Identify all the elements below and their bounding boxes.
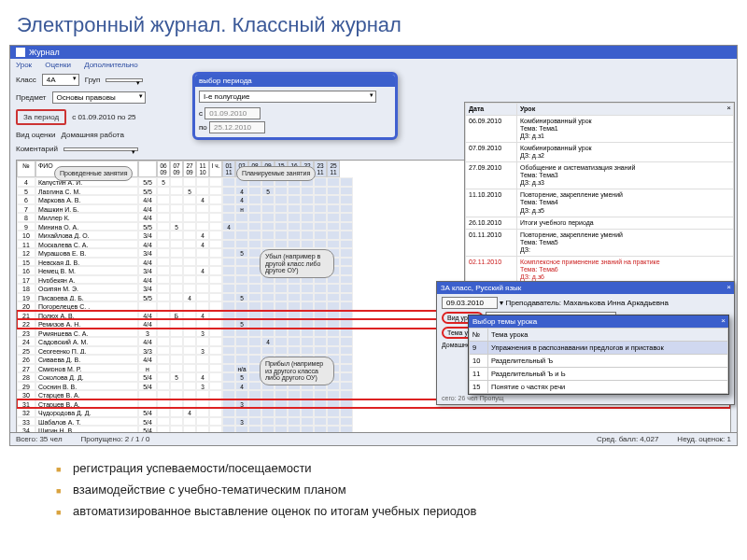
class-label: Класс: [16, 76, 36, 84]
menu-bar: Урок Оценки Дополнительно: [10, 59, 737, 71]
lessons-lesson-hdr: Урок: [517, 104, 734, 116]
menu-grades[interactable]: Оценки: [45, 61, 71, 69]
topic-popup-title: Выбор темы урока×: [469, 315, 728, 328]
date-col: 2311: [314, 161, 327, 177]
col-num-hdr: №: [17, 161, 35, 177]
app-icon: [16, 48, 25, 57]
topic-row[interactable]: 11Разделительный Ъ и Ь: [470, 368, 728, 381]
group-dropdown[interactable]: [106, 78, 143, 82]
teacher-label: Преподаватель:: [505, 299, 561, 307]
group-label: Груп: [85, 76, 101, 84]
bullet-1: регистрация успеваемости/посещаемости: [56, 459, 719, 479]
from-label: с: [199, 109, 203, 118]
callout-done: Проведенные занятия: [54, 166, 133, 181]
lesson-row[interactable]: 06.09.2010Комбинированный урок Тема: Тем…: [466, 116, 734, 143]
window-title-text: Журнал: [29, 48, 60, 57]
to-label: по: [199, 123, 207, 132]
grade-type-label: Вид оценки: [16, 131, 55, 139]
lesson-row[interactable]: 27.09.2010Обобщение и систематизация зна…: [466, 162, 734, 189]
date-col: 2709: [183, 161, 196, 177]
class-dropdown[interactable]: 4А: [42, 74, 79, 86]
topic-name-hdr: Тема урока: [488, 329, 728, 342]
comment-label: Коментарий: [16, 145, 58, 153]
mini-status: сего: 26 чел Пропущ: [442, 395, 729, 401]
grade-type-value: Домашняя работа: [61, 131, 123, 139]
topic-row[interactable]: 9Упражнения в распознавании предлогов и …: [470, 342, 728, 355]
date-col: 1110: [196, 161, 209, 177]
col-att-hdr: [138, 161, 157, 177]
subject-label: Предмет: [16, 93, 47, 102]
quarter-col: I ч.: [209, 161, 222, 177]
period-text: с 01.09.2010 по 25: [72, 113, 135, 121]
date-col: 2511: [327, 161, 340, 177]
status-bad: Неуд. оценок: 1: [677, 435, 731, 443]
bullets-list: регистрация успеваемости/посещаемости вз…: [0, 446, 747, 521]
date-col: 0609: [157, 161, 170, 177]
close-icon[interactable]: ×: [726, 283, 731, 291]
date-col: 0111: [222, 161, 235, 177]
topic-row[interactable]: 10Разделительный Ъ: [470, 355, 728, 368]
lesson-row[interactable]: 11.10.2010Повторение, закрепление умений…: [466, 189, 734, 217]
topic-chooser-popup: Выбор темы урока× №Тема урока 9Упражнени…: [468, 315, 729, 395]
bullet-3: автоматизированное выставление оценок по…: [56, 502, 719, 522]
app-window: Журнал Урок Оценки Дополнительно Класс 4…: [9, 45, 738, 446]
topic-row[interactable]: 15Понятие о частях речи: [470, 381, 728, 394]
slide-title: Электронный журнал. Классный журнал: [0, 0, 747, 45]
lesson-date-input[interactable]: 09.03.2010: [442, 297, 498, 309]
subject-dropdown[interactable]: Основы правовы: [52, 91, 146, 104]
callout-plan: Планируемые занятия: [236, 166, 316, 181]
period-popup: выбор периода I-е полугодие с 01.09.2010…: [192, 72, 398, 140]
menu-lesson[interactable]: Урок: [16, 61, 32, 69]
period-button[interactable]: За период: [16, 109, 66, 125]
comment-dropdown[interactable]: [63, 147, 138, 151]
status-total: Всего: 35 чел: [16, 435, 63, 443]
status-avg: Сред. балл: 4,027: [597, 435, 658, 443]
mini-titlebar: 3А класс, Русский язык×: [437, 282, 734, 294]
callout-left: Убыл (например в другой класс либо друго…: [260, 249, 334, 278]
lesson-row[interactable]: 07.09.2010Комбинированный урок ДЗ: д.з2: [466, 143, 734, 162]
bullet-2: взаимодействие с учебно-тематическим пла…: [56, 481, 719, 500]
close-icon[interactable]: ×: [721, 316, 726, 325]
lesson-row[interactable]: 02.11.2010Комплексное применение знаний …: [466, 256, 734, 283]
lesson-row[interactable]: 26.10.2010Итоги учебного периода: [466, 217, 734, 229]
lessons-panel: × ДатаУрок 06.09.2010Комбинированный уро…: [464, 102, 735, 285]
date-col: 0709: [170, 161, 183, 177]
date-to-input[interactable]: 25.12.2010: [209, 121, 265, 133]
menu-extra[interactable]: Дополнительно: [84, 61, 138, 69]
teacher-name: Маханькова Инна Аркадьевна: [563, 299, 669, 307]
lessons-date-hdr: Дата: [466, 104, 517, 116]
mini-title-text: 3А класс, Русский язык: [441, 284, 521, 292]
callout-came: Прибыл (например из другого класса либо …: [260, 357, 334, 385]
status-bar: Всего: 35 чел Пропущено: 2 / 1 / 0 Сред.…: [10, 432, 737, 445]
status-missed: Пропущено: 2 / 1 / 0: [81, 435, 150, 443]
lesson-row[interactable]: 01.11.2010Повторение, закрепление умений…: [466, 229, 734, 256]
semester-dropdown[interactable]: I-е полугодие: [199, 91, 376, 103]
table-row[interactable]: 32Чудородова Д. Д.5/44: [17, 408, 730, 417]
table-row[interactable]: 33Шабалов А. Т.5/43: [17, 417, 730, 427]
date-from-input[interactable]: 01.09.2010: [204, 107, 261, 119]
topic-num-hdr: №: [470, 329, 488, 342]
topic-title-text: Выбор темы урока: [472, 317, 537, 326]
period-popup-title: выбор периода: [195, 75, 395, 87]
close-icon[interactable]: ×: [726, 104, 731, 112]
window-titlebar: Журнал: [10, 46, 737, 59]
